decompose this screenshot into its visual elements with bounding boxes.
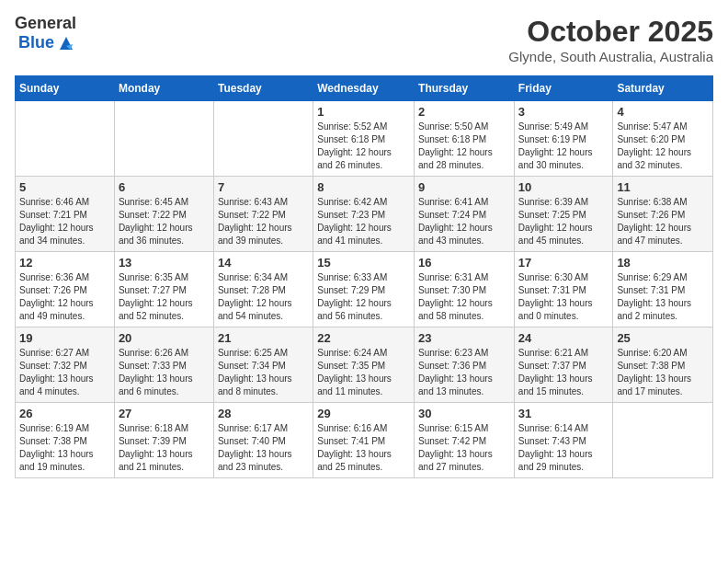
calendar-cell: 8Sunrise: 6:42 AM Sunset: 7:23 PM Daylig… (313, 177, 415, 252)
day-number: 24 (518, 331, 609, 345)
day-number: 28 (218, 407, 309, 420)
calendar-cell: 31Sunrise: 6:14 AM Sunset: 7:43 PM Dayli… (514, 403, 613, 478)
day-info: Sunrise: 6:34 AM Sunset: 7:28 PM Dayligh… (218, 271, 309, 323)
calendar-week-row: 5Sunrise: 6:46 AM Sunset: 7:21 PM Daylig… (16, 177, 713, 252)
day-number: 21 (218, 331, 309, 345)
day-info: Sunrise: 6:27 AM Sunset: 7:32 PM Dayligh… (19, 347, 110, 398)
calendar-cell: 30Sunrise: 6:15 AM Sunset: 7:42 PM Dayli… (415, 403, 515, 478)
calendar-cell: 6Sunrise: 6:45 AM Sunset: 7:22 PM Daylig… (114, 177, 213, 252)
calendar-cell: 17Sunrise: 6:30 AM Sunset: 7:31 PM Dayli… (514, 252, 613, 327)
day-info: Sunrise: 6:43 AM Sunset: 7:22 PM Dayligh… (218, 196, 309, 247)
calendar-cell: 7Sunrise: 6:43 AM Sunset: 7:22 PM Daylig… (213, 177, 313, 252)
day-info: Sunrise: 6:14 AM Sunset: 7:43 PM Dayligh… (518, 422, 609, 474)
day-info: Sunrise: 6:25 AM Sunset: 7:34 PM Dayligh… (218, 347, 309, 398)
day-info: Sunrise: 6:36 AM Sunset: 7:26 PM Dayligh… (19, 271, 110, 323)
day-info: Sunrise: 6:23 AM Sunset: 7:36 PM Dayligh… (418, 347, 510, 398)
calendar-cell: 10Sunrise: 6:39 AM Sunset: 7:25 PM Dayli… (514, 177, 613, 252)
calendar-cell: 16Sunrise: 6:31 AM Sunset: 7:30 PM Dayli… (415, 252, 515, 327)
day-info: Sunrise: 5:47 AM Sunset: 6:20 PM Dayligh… (617, 121, 709, 172)
calendar-week-row: 26Sunrise: 6:19 AM Sunset: 7:38 PM Dayli… (16, 403, 713, 478)
day-number: 7 (218, 180, 309, 194)
day-info: Sunrise: 6:20 AM Sunset: 7:38 PM Dayligh… (617, 347, 709, 398)
calendar-cell: 19Sunrise: 6:27 AM Sunset: 7:32 PM Dayli… (16, 327, 115, 403)
day-number: 25 (617, 331, 709, 345)
day-info: Sunrise: 5:52 AM Sunset: 6:18 PM Dayligh… (317, 121, 410, 172)
month-title: October 2025 (508, 15, 713, 49)
weekday-header-wednesday: Wednesday (313, 76, 415, 101)
day-number: 9 (418, 180, 510, 194)
day-info: Sunrise: 6:38 AM Sunset: 7:26 PM Dayligh… (617, 196, 709, 247)
calendar-cell: 4Sunrise: 5:47 AM Sunset: 6:20 PM Daylig… (613, 101, 713, 177)
day-number: 30 (418, 407, 510, 420)
day-info: Sunrise: 6:18 AM Sunset: 7:39 PM Dayligh… (119, 422, 210, 474)
calendar-cell: 9Sunrise: 6:41 AM Sunset: 7:24 PM Daylig… (415, 177, 515, 252)
calendar-cell: 18Sunrise: 6:29 AM Sunset: 7:31 PM Dayli… (613, 252, 713, 327)
day-number: 29 (317, 407, 410, 420)
day-info: Sunrise: 6:15 AM Sunset: 7:42 PM Dayligh… (418, 422, 510, 474)
page-header: General Blue October 2025 Glynde, South … (15, 15, 713, 64)
weekday-header-thursday: Thursday (415, 76, 515, 101)
calendar-cell (114, 101, 213, 177)
day-number: 12 (19, 256, 110, 270)
day-info: Sunrise: 6:45 AM Sunset: 7:22 PM Dayligh… (119, 196, 210, 247)
calendar-cell: 2Sunrise: 5:50 AM Sunset: 6:18 PM Daylig… (415, 101, 515, 177)
weekday-header-sunday: Sunday (16, 76, 115, 101)
calendar-cell: 22Sunrise: 6:24 AM Sunset: 7:35 PM Dayli… (313, 327, 415, 403)
calendar-cell: 26Sunrise: 6:19 AM Sunset: 7:38 PM Dayli… (16, 403, 115, 478)
day-info: Sunrise: 6:33 AM Sunset: 7:29 PM Dayligh… (317, 271, 410, 323)
title-area: October 2025 Glynde, South Australia, Au… (508, 15, 713, 64)
weekday-header-saturday: Saturday (613, 76, 713, 101)
logo-icon (56, 33, 76, 53)
calendar-cell: 3Sunrise: 5:49 AM Sunset: 6:19 PM Daylig… (514, 101, 613, 177)
day-number: 14 (218, 256, 309, 270)
weekday-header-tuesday: Tuesday (213, 76, 313, 101)
logo-blue: Blue (18, 34, 54, 52)
day-info: Sunrise: 6:21 AM Sunset: 7:37 PM Dayligh… (518, 347, 609, 398)
calendar-cell: 15Sunrise: 6:33 AM Sunset: 7:29 PM Dayli… (313, 252, 415, 327)
day-number: 15 (317, 256, 410, 270)
day-info: Sunrise: 6:26 AM Sunset: 7:33 PM Dayligh… (119, 347, 210, 398)
day-info: Sunrise: 6:39 AM Sunset: 7:25 PM Dayligh… (518, 196, 609, 247)
day-number: 3 (518, 105, 609, 119)
day-info: Sunrise: 6:35 AM Sunset: 7:27 PM Dayligh… (119, 271, 210, 323)
calendar-cell: 12Sunrise: 6:36 AM Sunset: 7:26 PM Dayli… (16, 252, 115, 327)
day-number: 17 (518, 256, 609, 270)
calendar-cell (16, 101, 115, 177)
day-info: Sunrise: 6:30 AM Sunset: 7:31 PM Dayligh… (518, 271, 609, 323)
calendar-cell: 13Sunrise: 6:35 AM Sunset: 7:27 PM Dayli… (114, 252, 213, 327)
day-number: 11 (617, 180, 709, 194)
calendar-cell: 25Sunrise: 6:20 AM Sunset: 7:38 PM Dayli… (613, 327, 713, 403)
day-info: Sunrise: 5:50 AM Sunset: 6:18 PM Dayligh… (418, 121, 510, 172)
day-info: Sunrise: 6:24 AM Sunset: 7:35 PM Dayligh… (317, 347, 410, 398)
day-number: 10 (518, 180, 609, 194)
calendar-cell: 28Sunrise: 6:17 AM Sunset: 7:40 PM Dayli… (213, 403, 313, 478)
location-title: Glynde, South Australia, Australia (508, 49, 713, 64)
day-number: 18 (617, 256, 709, 270)
day-number: 2 (418, 105, 510, 119)
day-info: Sunrise: 5:49 AM Sunset: 6:19 PM Dayligh… (518, 121, 609, 172)
day-info: Sunrise: 6:41 AM Sunset: 7:24 PM Dayligh… (418, 196, 510, 247)
calendar-cell: 14Sunrise: 6:34 AM Sunset: 7:28 PM Dayli… (213, 252, 313, 327)
day-number: 16 (418, 256, 510, 270)
calendar-cell: 11Sunrise: 6:38 AM Sunset: 7:26 PM Dayli… (613, 177, 713, 252)
day-info: Sunrise: 6:19 AM Sunset: 7:38 PM Dayligh… (19, 422, 110, 474)
day-number: 23 (418, 331, 510, 345)
day-number: 19 (19, 331, 110, 345)
day-info: Sunrise: 6:46 AM Sunset: 7:21 PM Dayligh… (19, 196, 110, 247)
day-number: 6 (119, 180, 210, 194)
calendar-cell: 23Sunrise: 6:23 AM Sunset: 7:36 PM Dayli… (415, 327, 515, 403)
calendar-cell (213, 101, 313, 177)
day-number: 4 (617, 105, 709, 119)
logo-general: General (15, 15, 76, 33)
calendar-week-row: 19Sunrise: 6:27 AM Sunset: 7:32 PM Dayli… (16, 327, 713, 403)
calendar-cell: 21Sunrise: 6:25 AM Sunset: 7:34 PM Dayli… (213, 327, 313, 403)
calendar-cell: 1Sunrise: 5:52 AM Sunset: 6:18 PM Daylig… (313, 101, 415, 177)
day-number: 8 (317, 180, 410, 194)
day-number: 1 (317, 105, 410, 119)
calendar-table: SundayMondayTuesdayWednesdayThursdayFrid… (15, 75, 713, 478)
day-number: 13 (119, 256, 210, 270)
calendar-cell: 27Sunrise: 6:18 AM Sunset: 7:39 PM Dayli… (114, 403, 213, 478)
calendar-cell: 29Sunrise: 6:16 AM Sunset: 7:41 PM Dayli… (313, 403, 415, 478)
weekday-header-row: SundayMondayTuesdayWednesdayThursdayFrid… (16, 76, 713, 101)
day-info: Sunrise: 6:42 AM Sunset: 7:23 PM Dayligh… (317, 196, 410, 247)
